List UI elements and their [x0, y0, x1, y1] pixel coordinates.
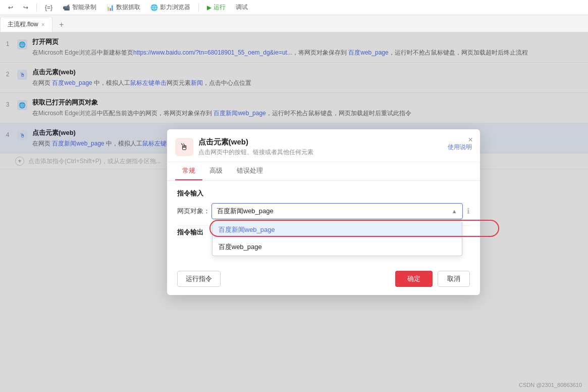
smart-record-icon: 📹: [63, 4, 70, 11]
divider-1: [36, 4, 37, 12]
debug-button[interactable]: 调试: [232, 2, 252, 13]
add-tab-button[interactable]: +: [55, 18, 69, 32]
undo-button[interactable]: ↩: [4, 3, 17, 12]
input-section-label: 指令输入: [177, 189, 470, 198]
webpage-select-value: 百度新闻web_page: [217, 207, 274, 216]
undo-icon: ↩: [8, 4, 13, 11]
redo-icon: ↪: [23, 4, 28, 11]
modal-icon: 🖱: [175, 138, 193, 156]
tab-close-icon[interactable]: ×: [41, 21, 45, 28]
webpage-info-icon[interactable]: ℹ: [467, 207, 470, 216]
run-button[interactable]: ▶ 运行: [203, 2, 230, 13]
influence-browser-label: 影力浏览器: [160, 3, 190, 12]
dropdown-item-1[interactable]: 百度web_page: [212, 238, 462, 256]
modal-title-block: 点击元素(web) 点击网页中的按钮、链接或者其他任何元素: [198, 137, 448, 157]
code-icon: {=}: [45, 4, 52, 11]
modal-title: 点击元素(web): [198, 137, 448, 147]
modal-header: 🖱 点击元素(web) 点击网页中的按钮、链接或者其他任何元素 使用说明 ×: [167, 129, 480, 162]
modal-subtitle: 点击网页中的按钮、链接或者其他任何元素: [198, 148, 448, 157]
debug-label: 调试: [236, 3, 248, 12]
redo-button[interactable]: ↪: [19, 3, 32, 12]
smart-record-button[interactable]: 📹 智能录制: [59, 2, 100, 13]
cancel-button[interactable]: 取消: [438, 271, 470, 287]
modal-tabs: 常规 高级 错误处理: [167, 162, 480, 181]
run-icon: ▶: [207, 4, 211, 11]
footer-buttons: 确定 取消: [395, 271, 470, 287]
webpage-field-row: 网页对象： 百度新闻web_page ▲ 百度新闻web_page 百度web_…: [177, 203, 470, 219]
code-button[interactable]: {=}: [41, 3, 57, 12]
tab-general[interactable]: 常规: [175, 162, 202, 180]
main-flow-tab[interactable]: 主流程.flow ×: [0, 17, 52, 32]
tab-error-handling[interactable]: 错误处理: [230, 162, 270, 180]
data-extract-label: 数据抓取: [116, 3, 140, 12]
webpage-field-label: 网页对象：: [177, 207, 211, 216]
webpage-dropdown: 百度新闻web_page 百度web_page: [212, 221, 462, 256]
data-extract-icon: 📊: [106, 4, 114, 11]
data-extract-button[interactable]: 📊 数据抓取: [102, 2, 144, 13]
run-label: 运行: [213, 3, 226, 12]
webpage-select[interactable]: 百度新闻web_page ▲ 百度新闻web_page 百度web_page: [211, 203, 463, 219]
main-area: 1 🌐 打开网页 在Microsoft Edge浏览器中新建标签页https:/…: [0, 32, 588, 392]
tabbar: 主流程.flow × +: [0, 15, 588, 32]
influence-browser-icon: 🌐: [150, 4, 158, 11]
tab-advanced[interactable]: 高级: [202, 162, 230, 180]
divider-2: [198, 4, 199, 12]
influence-browser-button[interactable]: 🌐 影力浏览器: [146, 2, 194, 13]
smart-record-label: 智能录制: [72, 3, 96, 12]
modal-footer: 运行指令 确定 取消: [167, 266, 480, 287]
dropdown-item-0[interactable]: 百度新闻web_page: [212, 221, 462, 238]
modal-body: 指令输入 网页对象： 百度新闻web_page ▲ 百度新闻web_page 百…: [167, 181, 480, 266]
command-modal: 🖱 点击元素(web) 点击网页中的按钮、链接或者其他任何元素 使用说明 × 常…: [167, 129, 480, 295]
flow-panel: 1 🌐 打开网页 在Microsoft Edge浏览器中新建标签页https:/…: [0, 32, 588, 392]
toolbar: ↩ ↪ {=} 📹 智能录制 📊 数据抓取 🌐 影力浏览器 ▶ 运行 调试: [0, 0, 588, 15]
run-command-button[interactable]: 运行指令: [177, 271, 221, 287]
chevron-up-icon: ▲: [452, 208, 457, 214]
modal-close-button[interactable]: ×: [468, 135, 472, 144]
tab-label: 主流程.flow: [8, 20, 38, 29]
confirm-button[interactable]: 确定: [395, 271, 433, 287]
